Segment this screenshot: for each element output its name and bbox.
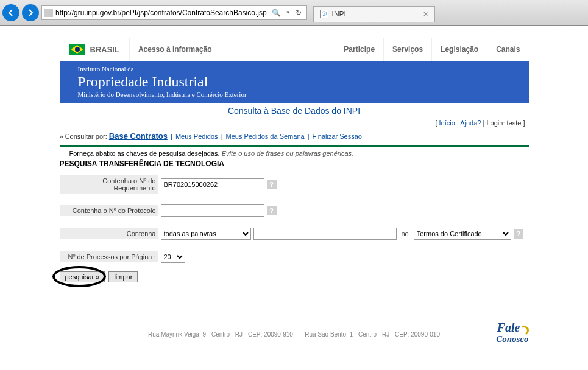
- search-icon[interactable]: 🔍: [269, 9, 283, 17]
- refresh-icon[interactable]: ↻: [293, 9, 304, 17]
- row-requerimento: Contenha o Nº do Requerimento ?: [60, 175, 529, 194]
- consultar-nav: » Consultar por: Base Contratos | Meus P…: [60, 128, 529, 144]
- brasil-label: BRASIL: [90, 45, 119, 54]
- gov-link-legislacao[interactable]: Legislação: [431, 38, 487, 61]
- label-no: no: [402, 230, 409, 237]
- nav-forward-button[interactable]: [22, 4, 39, 21]
- instructions: Forneça abaixo as chaves de pesquisa des…: [60, 147, 529, 158]
- select-contenha-modo[interactable]: todas as palavras: [161, 228, 251, 240]
- link-ajuda[interactable]: Ajuda?: [460, 119, 481, 127]
- link-meus-pedidos-semana[interactable]: Meus Pedidos da Semana: [226, 133, 305, 140]
- label-per-page: Nº de Processos por Página :: [60, 251, 158, 262]
- select-per-page[interactable]: 20: [161, 251, 185, 263]
- gov-brasil[interactable]: BRASIL: [60, 38, 129, 61]
- header-title: Propriedade Industrial: [78, 73, 511, 91]
- button-row: pesquisar » limpar: [60, 271, 529, 282]
- login-label: Login:: [486, 119, 505, 127]
- page-content: BRASIL Acesso à informação Participe Ser…: [60, 38, 529, 356]
- tab-title: INPI: [332, 10, 346, 18]
- footer-sep: |: [298, 331, 300, 338]
- link-meus-pedidos[interactable]: Meus Pedidos: [175, 133, 218, 140]
- gov-link-participe[interactable]: Participe: [335, 38, 383, 61]
- input-contenha-texto[interactable]: [253, 228, 397, 240]
- gov-link-acesso[interactable]: Acesso à informação: [129, 38, 221, 61]
- nav-back-button[interactable]: [2, 4, 19, 21]
- row-contenha: Contenha todas as palavras no Termos do …: [60, 228, 529, 240]
- help-icon[interactable]: ?: [267, 180, 277, 189]
- select-termos[interactable]: Termos do Certificado: [414, 228, 511, 240]
- help-icon[interactable]: ?: [514, 229, 523, 239]
- link-inicio[interactable]: Início: [439, 119, 455, 127]
- tab-bar: ⓘ INPI ×: [313, 4, 586, 22]
- top-links: [ Início | Ajuda? | Login: teste ]: [60, 118, 529, 128]
- link-base-contratos[interactable]: Base Contratos: [109, 131, 168, 141]
- section-title: PESQUISA TRANSFERÊNCIA DE TECNOLOGIA: [60, 158, 529, 175]
- link-finalizar-sessao[interactable]: Finalizar Sessão: [313, 133, 362, 140]
- pesquisar-button[interactable]: pesquisar »: [60, 271, 105, 282]
- login-value: teste: [507, 119, 522, 127]
- instructions-text1: Forneça abaixo as chaves de pesquisa des…: [69, 150, 220, 157]
- browser-tab[interactable]: ⓘ INPI ×: [313, 6, 435, 22]
- url-controls: 🔍 ▼ ↻: [269, 9, 304, 17]
- input-protocolo[interactable]: [161, 204, 264, 217]
- footer-addr2: Rua São Bento, 1 - Centro - RJ - CEP: 20…: [305, 331, 440, 338]
- url-dropdown-icon[interactable]: ▼: [285, 10, 292, 15]
- address-bar[interactable]: http://gru.inpi.gov.br/pePI/jsp/contrato…: [41, 5, 307, 20]
- row-per-page: Nº de Processos por Página : 20: [60, 251, 529, 263]
- tab-close-button[interactable]: ×: [423, 9, 428, 19]
- instructions-text2: Evite o uso de frases ou palavras genéri…: [222, 150, 353, 157]
- inpi-header: Instituto Nacional da Propriedade Indust…: [60, 61, 529, 103]
- header-line1: Instituto Nacional da: [78, 65, 511, 73]
- consulta-title: Consulta à Base de Dados do INPI: [60, 103, 529, 118]
- fale-conosco-logo[interactable]: Fale Conosco: [496, 323, 528, 343]
- header-subtitle: Ministério do Desenvolvimento, Indústria…: [78, 91, 511, 99]
- help-icon[interactable]: ?: [267, 206, 277, 215]
- site-icon: [44, 9, 53, 17]
- input-requerimento[interactable]: [161, 178, 264, 190]
- url-text: http://gru.inpi.gov.br/pePI/jsp/contrato…: [55, 9, 267, 17]
- footer-addr1: Rua Mayrink Veiga, 9 - Centro - RJ - CEP…: [148, 331, 293, 338]
- tab-favicon: ⓘ: [320, 10, 328, 18]
- nav-prefix: » Consultar por:: [60, 133, 107, 140]
- brazil-flag-icon: [69, 44, 85, 55]
- label-contenha: Contenha: [60, 228, 158, 239]
- footer: Rua Mayrink Veiga, 9 - Centro - RJ - CEP…: [60, 325, 529, 356]
- gov-link-canais[interactable]: Canais: [487, 38, 528, 61]
- limpar-button[interactable]: limpar: [108, 271, 138, 282]
- gov-link-servicos[interactable]: Serviços: [383, 38, 431, 61]
- search-form: Contenha o Nº do Requerimento ? Contenha…: [60, 175, 529, 282]
- browser-toolbar: http://gru.inpi.gov.br/pePI/jsp/contrato…: [0, 0, 588, 26]
- label-requerimento: Contenha o Nº do Requerimento: [60, 175, 158, 194]
- label-protocolo: Contenha o Nº do Protocolo: [60, 205, 158, 216]
- row-protocolo: Contenha o Nº do Protocolo ?: [60, 204, 529, 217]
- gov-bar: BRASIL Acesso à informação Participe Ser…: [60, 38, 529, 61]
